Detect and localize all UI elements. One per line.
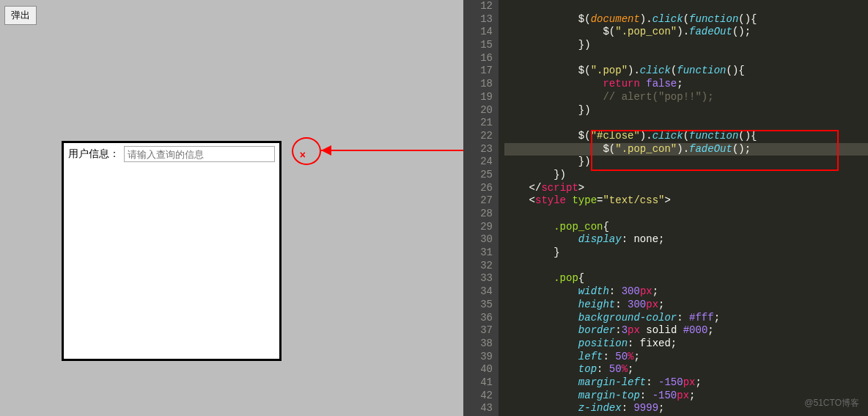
code-line[interactable]: }): [504, 156, 868, 169]
line-number: 32: [463, 260, 493, 273]
line-number: 15: [463, 39, 493, 52]
code-line[interactable]: }): [504, 169, 868, 182]
code-line[interactable]: width: 300px;: [504, 285, 868, 299]
line-number-gutter: 1213141516171819202122232425262728293031…: [463, 0, 499, 416]
line-number: 27: [463, 194, 493, 208]
render-preview-pane: 弹出 用户信息： ×: [0, 0, 463, 416]
popup-dialog: 用户信息： ×: [62, 141, 282, 361]
code-line[interactable]: }): [504, 104, 868, 117]
line-number: 30: [463, 233, 493, 247]
code-line[interactable]: // alert("pop!!");: [504, 91, 868, 104]
line-number: 38: [463, 337, 493, 351]
code-line[interactable]: }: [504, 247, 868, 260]
code-line[interactable]: height: 300px;: [504, 299, 868, 312]
line-number: 40: [463, 363, 493, 376]
line-number: 24: [463, 156, 493, 169]
line-number: 20: [463, 104, 493, 117]
code-line[interactable]: background-color: #fff;: [504, 312, 868, 325]
code-line[interactable]: .pop_con{: [504, 221, 868, 234]
line-number: 19: [463, 91, 493, 104]
line-number: 39: [463, 351, 493, 364]
line-number: 26: [463, 182, 493, 195]
code-line[interactable]: [504, 52, 868, 65]
code-line[interactable]: [504, 0, 868, 13]
line-number: 41: [463, 376, 493, 390]
code-line[interactable]: [504, 117, 868, 130]
line-number: 16: [463, 52, 493, 65]
line-number: 21: [463, 117, 493, 130]
code-line[interactable]: return false;: [504, 78, 868, 91]
code-line[interactable]: display: none;: [504, 233, 868, 247]
line-number: 14: [463, 26, 493, 39]
code-line[interactable]: position: fixed;: [504, 337, 868, 351]
code-line[interactable]: .pop{: [504, 272, 868, 285]
open-popup-button[interactable]: 弹出: [4, 6, 37, 25]
code-line[interactable]: $(document).click(function(){: [504, 13, 868, 26]
code-line[interactable]: top: 50%;: [504, 363, 868, 376]
code-line[interactable]: border:3px solid #000;: [504, 324, 868, 337]
line-number: 23: [463, 143, 493, 156]
line-number: 12: [463, 0, 493, 13]
close-icon[interactable]: ×: [300, 149, 306, 161]
code-line[interactable]: $("#close").click(function(){: [504, 130, 868, 143]
line-number: 17: [463, 65, 493, 78]
code-line[interactable]: margin-left: -150px;: [504, 376, 868, 390]
code-line[interactable]: [504, 208, 868, 221]
code-line[interactable]: [504, 260, 868, 273]
watermark: @51CTO博客: [804, 397, 859, 410]
code-editor-pane[interactable]: 1213141516171819202122232425262728293031…: [463, 0, 868, 416]
line-number: 36: [463, 312, 493, 325]
code-line[interactable]: <style type="text/css">: [504, 194, 868, 208]
line-number: 25: [463, 169, 493, 182]
line-number: 22: [463, 130, 493, 143]
line-number: 34: [463, 285, 493, 299]
line-number: 43: [463, 402, 493, 415]
line-number: 42: [463, 390, 493, 403]
code-line[interactable]: $(".pop_con").fadeOut();: [504, 143, 868, 156]
code-line[interactable]: }): [504, 39, 868, 52]
code-content[interactable]: $(document).click(function(){ $(".pop_co…: [499, 0, 868, 415]
code-line[interactable]: $(".pop_con").fadeOut();: [504, 26, 868, 39]
code-line[interactable]: left: 50%;: [504, 351, 868, 364]
code-line[interactable]: </script>: [504, 182, 868, 195]
line-number: 28: [463, 208, 493, 221]
popup-search-input[interactable]: [124, 146, 275, 162]
line-number: 33: [463, 272, 493, 285]
line-number: 37: [463, 324, 493, 337]
code-line[interactable]: $(".pop").click(function(){: [504, 65, 868, 78]
annotation-circle: [292, 137, 321, 165]
line-number: 31: [463, 247, 493, 260]
line-number: 13: [463, 13, 493, 26]
line-number: 18: [463, 78, 493, 91]
line-number: 29: [463, 221, 493, 234]
line-number: 35: [463, 299, 493, 312]
popup-label: 用户信息：: [68, 147, 119, 161]
